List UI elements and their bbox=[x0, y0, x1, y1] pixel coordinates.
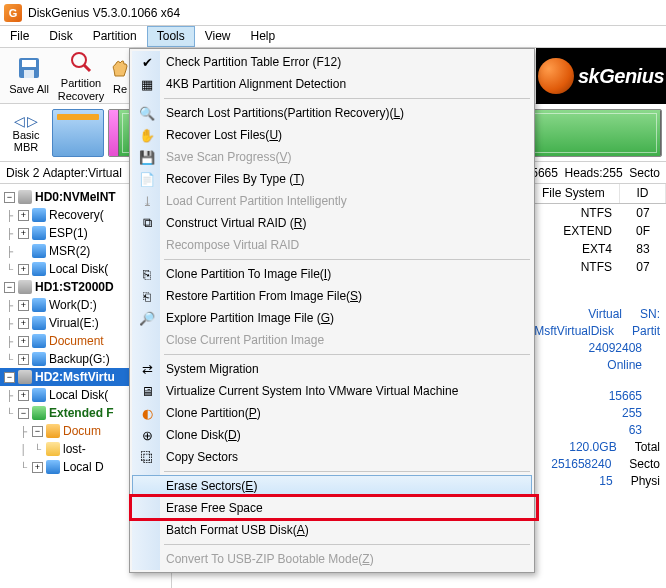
grid-icon: ▦ bbox=[138, 75, 156, 93]
menu-disk[interactable]: Disk bbox=[39, 26, 82, 47]
menu-check-partition-table[interactable]: ✔Check Partition Table Error (F12) bbox=[132, 51, 532, 73]
menu-recompose-vraid: Recompose Virtual RAID bbox=[132, 234, 532, 256]
import-icon: ⎗ bbox=[138, 287, 156, 305]
col-filesystem[interactable]: File System bbox=[534, 184, 620, 203]
migrate-icon: ⇄ bbox=[138, 360, 156, 378]
partition-icon bbox=[32, 208, 46, 222]
partition-icon bbox=[46, 460, 60, 474]
swirl-icon bbox=[538, 58, 574, 94]
menu-recover-by-type[interactable]: 📄Recover Files By Type (T) bbox=[132, 168, 532, 190]
nav-arrows[interactable]: ◁▷ Basic MBR bbox=[4, 113, 48, 153]
menu-convert-usb-zip: Convert To USB-ZIP Bootable Mode(Z) bbox=[132, 548, 532, 570]
export-icon: ⎘ bbox=[138, 265, 156, 283]
menu-tools[interactable]: Tools bbox=[147, 26, 195, 47]
menu-erase-sectors[interactable]: Erase Sectors(E) bbox=[132, 475, 532, 497]
menu-clone-partition-to-image[interactable]: ⎘Clone Partition To Image File(I) bbox=[132, 263, 532, 285]
menu-clone-partition[interactable]: ◐Clone Partition(P) bbox=[132, 402, 532, 424]
title-bar: G DiskGenius V5.3.0.1066 x64 bbox=[0, 0, 666, 26]
folder-icon bbox=[46, 424, 60, 438]
partition-icon bbox=[32, 316, 46, 330]
explore-icon: 🔎 bbox=[138, 309, 156, 327]
disk-icon bbox=[18, 190, 32, 204]
menu-system-migration[interactable]: ⇄System Migration bbox=[132, 358, 532, 380]
menu-recover-lost-files[interactable]: ✋Recover Lost Files(U) bbox=[132, 124, 532, 146]
menu-clone-disk[interactable]: ⊕Clone Disk(D) bbox=[132, 424, 532, 446]
svg-line-4 bbox=[84, 65, 90, 71]
menu-restore-partition-from-image[interactable]: ⎗Restore Partition From Image File(S) bbox=[132, 285, 532, 307]
partition-icon bbox=[32, 352, 46, 366]
tools-dropdown: ✔Check Partition Table Error (F12) ▦4KB … bbox=[129, 48, 535, 573]
svg-rect-1 bbox=[22, 60, 36, 67]
menu-copy-sectors[interactable]: ⿻Copy Sectors bbox=[132, 446, 532, 468]
partition-icon bbox=[32, 334, 46, 348]
svg-point-3 bbox=[72, 53, 86, 67]
load-icon: ⤓ bbox=[138, 192, 156, 210]
window-title: DiskGenius V5.3.0.1066 x64 bbox=[28, 6, 180, 20]
search-icon: 🔍 bbox=[138, 104, 156, 122]
prev-icon[interactable]: ◁ bbox=[14, 113, 25, 129]
partition-icon bbox=[32, 388, 46, 402]
clone-disk-icon: ⊕ bbox=[138, 426, 156, 444]
menu-erase-free-space[interactable]: Erase Free Space bbox=[132, 497, 532, 519]
vm-icon: 🖥 bbox=[138, 382, 156, 400]
menu-save-scan-progress: 💾Save Scan Progress(V) bbox=[132, 146, 532, 168]
hand-icon: ✋ bbox=[138, 126, 156, 144]
partition-icon bbox=[32, 244, 46, 258]
svg-rect-2 bbox=[24, 70, 34, 78]
menu-virtualize-system[interactable]: 🖥Virtualize Current System Into VMware V… bbox=[132, 380, 532, 402]
app-icon: G bbox=[4, 4, 22, 22]
save-icon bbox=[16, 55, 42, 81]
save-icon: 💾 bbox=[138, 148, 156, 166]
copy-icon: ⿻ bbox=[138, 448, 156, 466]
next-icon[interactable]: ▷ bbox=[27, 113, 38, 129]
disk-icon bbox=[18, 370, 32, 384]
menu-file[interactable]: File bbox=[0, 26, 39, 47]
partition-segment[interactable] bbox=[109, 110, 119, 156]
partition-recovery-button[interactable]: Partition Recovery bbox=[56, 47, 106, 103]
raid-icon: ⧉ bbox=[138, 214, 156, 232]
file-icon: 📄 bbox=[138, 170, 156, 188]
menu-load-current-partition: ⤓Load Current Partition Intelligently bbox=[132, 190, 532, 212]
extended-icon bbox=[32, 406, 46, 420]
partition-icon bbox=[32, 298, 46, 312]
menu-construct-vraid[interactable]: ⧉Construct Virtual RAID (R) bbox=[132, 212, 532, 234]
menu-help[interactable]: Help bbox=[241, 26, 286, 47]
menu-close-partition-image: Close Current Partition Image bbox=[132, 329, 532, 351]
menu-batch-format-usb[interactable]: Batch Format USB Disk(A) bbox=[132, 519, 532, 541]
folder-icon bbox=[46, 442, 60, 456]
menu-search-lost-partitions[interactable]: 🔍Search Lost Partitions(Partition Recove… bbox=[132, 102, 532, 124]
partition-icon bbox=[32, 226, 46, 240]
menu-explore-partition-image[interactable]: 🔎Explore Partition Image File (G) bbox=[132, 307, 532, 329]
clone-icon: ◐ bbox=[138, 404, 156, 422]
menu-partition[interactable]: Partition bbox=[83, 26, 147, 47]
save-all-button[interactable]: Save All bbox=[4, 53, 54, 97]
search-disk-icon bbox=[68, 49, 94, 75]
menu-view[interactable]: View bbox=[195, 26, 241, 47]
partition-icon bbox=[32, 262, 46, 276]
menu-bar: File Disk Partition Tools View Help bbox=[0, 26, 666, 48]
disk-icon[interactable] bbox=[52, 109, 104, 157]
brand-logo: skGenius bbox=[536, 48, 666, 104]
disk-icon bbox=[18, 280, 32, 294]
check-icon: ✔ bbox=[138, 53, 156, 71]
col-id[interactable]: ID bbox=[620, 184, 666, 203]
menu-4kb-alignment[interactable]: ▦4KB Partition Alignment Detection bbox=[132, 73, 532, 95]
